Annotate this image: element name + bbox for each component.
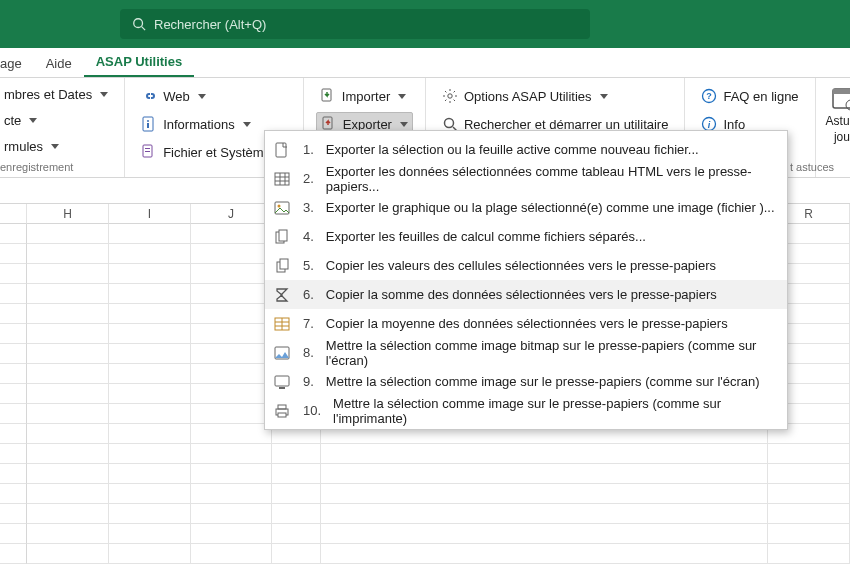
svg-rect-6 [145, 148, 150, 149]
svg-point-10 [448, 94, 452, 98]
label: mbres et Dates [4, 87, 92, 102]
num: 9. [303, 374, 314, 389]
search-box[interactable]: Rechercher (Alt+Q) [120, 9, 590, 39]
label: Options ASAP Utilities [464, 89, 592, 104]
menu-item-3[interactable]: 3. Exporter le graphique ou la plage sél… [265, 193, 787, 222]
col-I[interactable]: I [109, 204, 191, 224]
ribbon-cutoff: t astuces [790, 78, 850, 177]
label: Copier les valeurs des cellules sélectio… [326, 258, 716, 273]
menu-item-2[interactable]: 2. Exporter les données sélectionnées co… [265, 164, 787, 193]
col-H[interactable]: H [27, 204, 109, 224]
label: Web [163, 89, 190, 104]
import-icon [320, 88, 336, 104]
svg-point-23 [278, 204, 281, 207]
search-icon [132, 17, 146, 31]
menu-item-1[interactable]: 1. Exporter la sélection ou la feuille a… [265, 135, 787, 164]
label: Copier la somme des données sélectionnée… [326, 287, 717, 302]
menu-item-7[interactable]: 7. Copier la moyenne des données sélecti… [265, 309, 787, 338]
btn-web[interactable]: Web [137, 84, 291, 108]
num: 3. [303, 200, 314, 215]
label: Exporter la sélection ou la feuille acti… [326, 142, 699, 157]
label: Mettre la sélection comme image bitmap s… [326, 338, 775, 368]
screen-image-icon [273, 373, 291, 391]
menu-item-9[interactable]: 9. Mettre la sélection comme image sur l… [265, 367, 787, 396]
chevron-down-icon [243, 122, 251, 127]
tab-partial[interactable]: age [0, 50, 34, 77]
svg-point-0 [134, 19, 143, 28]
col-J[interactable]: J [191, 204, 273, 224]
svg-rect-33 [278, 405, 286, 409]
label: Exporter le graphique ou la plage sélect… [326, 200, 775, 215]
corner[interactable] [0, 204, 27, 224]
num: 8. [303, 345, 314, 360]
page-icon [273, 141, 291, 159]
ribbon-tabs: age Aide ASAP Utilities [0, 48, 850, 78]
svg-rect-4 [147, 123, 149, 128]
svg-rect-7 [145, 151, 150, 152]
exporter-menu: 1. Exporter la sélection ou la feuille a… [264, 130, 788, 430]
menu-item-5[interactable]: 5. Copier les valeurs des cellules sélec… [265, 251, 787, 280]
files-icon [273, 228, 291, 246]
num: 1. [303, 142, 314, 157]
link-icon [141, 88, 157, 104]
svg-rect-27 [280, 259, 288, 269]
num: 7. [303, 316, 314, 331]
svg-rect-31 [279, 387, 285, 389]
label: Mettre la sélection comme image sur le p… [326, 374, 760, 389]
svg-rect-20 [276, 143, 286, 157]
svg-rect-22 [275, 202, 289, 214]
chevron-down-icon [198, 94, 206, 99]
image-icon [273, 199, 291, 217]
label: Exporter les feuilles de calcul comme fi… [326, 229, 646, 244]
svg-text:?: ? [707, 91, 713, 101]
file-system-icon [141, 144, 157, 160]
num: 10. [303, 403, 321, 418]
bitmap-icon [273, 344, 291, 362]
menu-item-8[interactable]: 8. Mettre la sélection comme image bitma… [265, 338, 787, 367]
tab-asap-utilities[interactable]: ASAP Utilities [84, 48, 194, 77]
label: Mettre la sélection comme image sur le p… [333, 396, 775, 426]
chevron-down-icon [400, 122, 408, 127]
copy-icon [273, 257, 291, 275]
chevron-down-icon [600, 94, 608, 99]
average-icon [273, 315, 291, 333]
chevron-down-icon [100, 92, 108, 97]
num: 5. [303, 258, 314, 273]
num: 4. [303, 229, 314, 244]
svg-rect-30 [275, 376, 289, 386]
label: Importer [342, 89, 390, 104]
svg-line-1 [142, 27, 146, 31]
btn-texte[interactable]: cte [0, 110, 112, 132]
question-icon: ? [701, 88, 717, 104]
label: rmules [4, 139, 43, 154]
table-icon [273, 170, 291, 188]
menu-item-6[interactable]: 6. Copier la somme des données sélection… [265, 280, 787, 309]
menu-item-10[interactable]: 10. Mettre la sélection comme image sur … [265, 396, 787, 425]
chevron-down-icon [51, 144, 59, 149]
tab-aide[interactable]: Aide [34, 50, 84, 77]
group-caption: enregistrement [0, 161, 112, 173]
printer-image-icon [273, 402, 291, 420]
num: 2. [303, 171, 314, 186]
info-page-icon [141, 116, 157, 132]
btn-formules[interactable]: rmules [0, 135, 112, 157]
chevron-down-icon [29, 118, 37, 123]
svg-rect-21 [275, 173, 289, 185]
btn-importer[interactable]: Importer [316, 84, 413, 108]
title-bar: Rechercher (Alt+Q) [0, 0, 850, 48]
svg-rect-25 [279, 230, 287, 241]
label: Exporter les données sélectionnées comme… [326, 164, 775, 194]
num: 6. [303, 287, 314, 302]
menu-item-4[interactable]: 4. Exporter les feuilles de calcul comme… [265, 222, 787, 251]
svg-point-3 [147, 120, 149, 122]
label: FAQ en ligne [723, 89, 798, 104]
sigma-icon [273, 286, 291, 304]
label: Fichier et Système [163, 145, 271, 160]
label: Informations [163, 117, 235, 132]
group-caption: t astuces [790, 161, 834, 173]
btn-faq[interactable]: ? FAQ en ligne [697, 84, 802, 108]
btn-options-asap[interactable]: Options ASAP Utilities [438, 84, 672, 108]
label: cte [4, 113, 21, 128]
btn-nombres-dates[interactable]: mbres et Dates [0, 84, 112, 106]
gear-icon [442, 88, 458, 104]
